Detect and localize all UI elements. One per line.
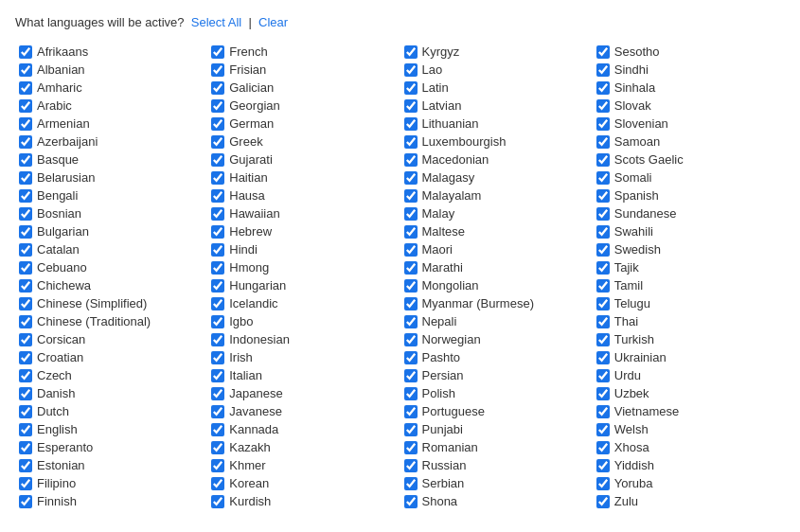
language-label-frisian[interactable]: Frisian: [229, 62, 266, 77]
language-checkbox-czech[interactable]: [19, 369, 32, 382]
language-label-myanmar[interactable]: Myanmar (Burmese): [422, 296, 534, 310]
language-checkbox-tamil[interactable]: [596, 279, 610, 293]
language-checkbox-marathi[interactable]: [404, 261, 418, 275]
language-label-hebrew[interactable]: Hebrew: [229, 224, 272, 239]
language-checkbox-hungarian[interactable]: [211, 279, 224, 293]
language-label-bosnian[interactable]: Bosnian: [37, 206, 81, 221]
language-checkbox-malayalam[interactable]: [404, 189, 418, 203]
language-checkbox-slovak[interactable]: [596, 99, 610, 113]
language-checkbox-kazakh[interactable]: [211, 441, 224, 454]
language-label-latvian[interactable]: Latvian: [422, 98, 462, 113]
select-all-link[interactable]: Select All: [191, 15, 241, 29]
language-checkbox-bosnian[interactable]: [19, 207, 32, 221]
language-label-romanian[interactable]: Romanian: [422, 440, 478, 454]
language-label-armenian[interactable]: Armenian: [37, 116, 90, 131]
language-label-russian[interactable]: Russian: [422, 458, 467, 472]
language-label-swedish[interactable]: Swedish: [614, 242, 661, 257]
language-checkbox-sinhala[interactable]: [596, 81, 610, 95]
language-label-pashto[interactable]: Pashto: [422, 350, 460, 364]
language-checkbox-norwegian[interactable]: [404, 333, 418, 346]
language-checkbox-shona[interactable]: [404, 495, 418, 508]
language-label-sindhi[interactable]: Sindhi: [614, 62, 649, 77]
language-label-hawaiian[interactable]: Hawaiian: [229, 206, 279, 221]
language-checkbox-danish[interactable]: [19, 387, 32, 400]
language-checkbox-slovenian[interactable]: [596, 117, 610, 131]
language-checkbox-pashto[interactable]: [404, 351, 418, 364]
language-label-corsican[interactable]: Corsican: [37, 332, 85, 346]
language-label-slovak[interactable]: Slovak: [614, 98, 651, 113]
language-label-gujarati[interactable]: Gujarati: [229, 152, 273, 167]
language-checkbox-polish[interactable]: [404, 387, 418, 400]
language-checkbox-malay[interactable]: [404, 207, 418, 221]
language-label-mongolian[interactable]: Mongolian: [422, 278, 479, 293]
language-label-samoan[interactable]: Samoan: [614, 134, 660, 149]
language-checkbox-kurdish[interactable]: [211, 495, 224, 508]
language-checkbox-german[interactable]: [211, 117, 224, 131]
language-checkbox-persian[interactable]: [404, 369, 418, 382]
language-checkbox-urdu[interactable]: [596, 369, 610, 382]
language-label-malay[interactable]: Malay: [422, 206, 455, 221]
language-label-swahili[interactable]: Swahili: [614, 224, 653, 239]
language-checkbox-arabic[interactable]: [19, 99, 32, 113]
language-label-serbian[interactable]: Serbian: [422, 476, 465, 490]
language-checkbox-esperanto[interactable]: [19, 441, 32, 454]
language-checkbox-portuguese[interactable]: [404, 405, 418, 418]
language-label-khmer[interactable]: Khmer: [229, 458, 265, 472]
language-checkbox-afrikaans[interactable]: [19, 45, 32, 59]
language-checkbox-corsican[interactable]: [19, 333, 32, 346]
language-label-belarusian[interactable]: Belarusian: [37, 170, 95, 185]
language-checkbox-irish[interactable]: [211, 351, 224, 364]
language-checkbox-hebrew[interactable]: [211, 225, 224, 239]
language-label-icelandic[interactable]: Icelandic: [229, 296, 277, 310]
language-label-sinhala[interactable]: Sinhala: [614, 80, 655, 95]
language-label-maori[interactable]: Maori: [422, 242, 453, 257]
language-label-esperanto[interactable]: Esperanto: [37, 440, 93, 454]
language-label-kannada[interactable]: Kannada: [229, 422, 278, 436]
language-checkbox-frisian[interactable]: [211, 63, 224, 77]
language-checkbox-galician[interactable]: [211, 81, 224, 95]
language-checkbox-turkish[interactable]: [596, 333, 610, 346]
language-checkbox-latvian[interactable]: [404, 99, 418, 113]
language-checkbox-hausa[interactable]: [211, 189, 224, 203]
language-checkbox-lithuanian[interactable]: [404, 117, 418, 131]
language-label-xhosa[interactable]: Xhosa: [614, 440, 649, 454]
language-label-albanian[interactable]: Albanian: [37, 62, 85, 77]
language-label-scots-gaelic[interactable]: Scots Gaelic: [614, 152, 684, 167]
language-checkbox-gujarati[interactable]: [211, 153, 224, 167]
language-label-english[interactable]: English: [37, 422, 78, 436]
language-label-malagasy[interactable]: Malagasy: [422, 170, 475, 185]
language-label-zulu[interactable]: Zulu: [614, 494, 638, 508]
language-label-basque[interactable]: Basque: [37, 152, 79, 167]
language-label-bengali[interactable]: Bengali: [37, 188, 78, 203]
language-checkbox-basque[interactable]: [19, 153, 32, 167]
language-checkbox-sesotho[interactable]: [596, 45, 610, 59]
language-label-german[interactable]: German: [229, 116, 274, 131]
language-label-luxembourgish[interactable]: Luxembourgish: [422, 134, 507, 149]
language-checkbox-romanian[interactable]: [404, 441, 418, 454]
language-label-slovenian[interactable]: Slovenian: [614, 116, 668, 131]
language-label-chichewa[interactable]: Chichewa: [37, 278, 91, 293]
language-label-kurdish[interactable]: Kurdish: [229, 494, 271, 508]
language-label-estonian[interactable]: Estonian: [37, 458, 85, 472]
language-label-igbo[interactable]: Igbo: [229, 314, 253, 328]
language-checkbox-zulu[interactable]: [596, 495, 610, 508]
language-label-hmong[interactable]: Hmong: [229, 260, 269, 275]
language-checkbox-catalan[interactable]: [19, 243, 32, 257]
language-label-spanish[interactable]: Spanish: [614, 188, 659, 203]
language-checkbox-maori[interactable]: [404, 243, 418, 257]
language-checkbox-russian[interactable]: [404, 459, 418, 472]
language-label-czech[interactable]: Czech: [37, 368, 72, 382]
language-label-amharic[interactable]: Amharic: [37, 80, 82, 95]
language-checkbox-japanese[interactable]: [211, 387, 224, 400]
language-label-filipino[interactable]: Filipino: [37, 476, 76, 490]
language-checkbox-luxembourgish[interactable]: [404, 135, 418, 149]
language-checkbox-hawaiian[interactable]: [211, 207, 224, 221]
language-label-turkish[interactable]: Turkish: [614, 332, 654, 346]
language-checkbox-punjabi[interactable]: [404, 423, 418, 436]
language-checkbox-dutch[interactable]: [19, 405, 32, 418]
language-checkbox-uzbek[interactable]: [596, 387, 610, 400]
language-label-chinese-traditional[interactable]: Chinese (Traditional): [37, 314, 151, 328]
language-checkbox-nepali[interactable]: [404, 315, 418, 328]
language-label-welsh[interactable]: Welsh: [614, 422, 649, 436]
language-checkbox-icelandic[interactable]: [211, 297, 224, 310]
